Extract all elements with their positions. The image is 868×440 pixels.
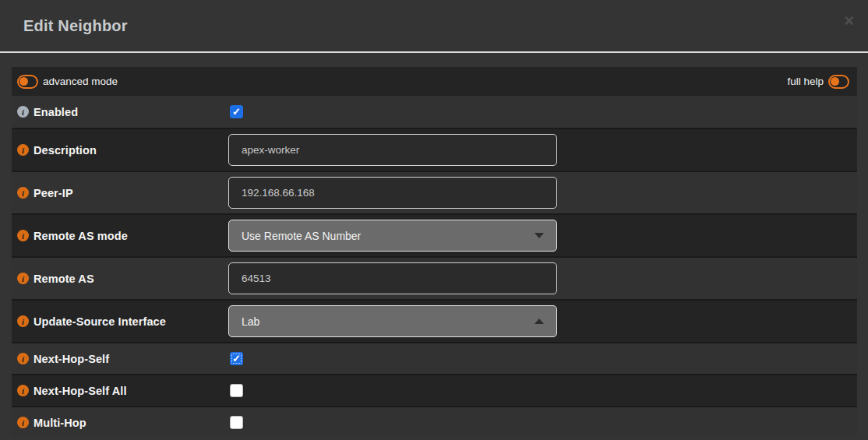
row-remote-as-mode: iRemote AS modeUse Remote AS Number xyxy=(12,213,857,256)
control-cell: Lab xyxy=(228,305,857,337)
label-cell: iUpdate-Source Interface xyxy=(12,315,228,328)
next-hop-self-checkbox[interactable]: ✓ xyxy=(230,352,243,365)
info-icon[interactable]: i xyxy=(17,273,29,284)
control-cell xyxy=(228,416,857,429)
select-value: Lab xyxy=(242,315,259,328)
modal-header: Edit Neighbor × xyxy=(0,0,868,53)
toggle-icon xyxy=(17,75,38,89)
control-cell xyxy=(228,262,857,294)
row-remote-as: iRemote AS xyxy=(12,256,857,299)
info-icon[interactable]: i xyxy=(17,106,29,118)
control-cell xyxy=(228,134,857,166)
advanced-mode-toggle[interactable]: advanced mode xyxy=(17,75,122,89)
row-next-hop-self: iNext-Hop-Self✓ xyxy=(12,342,857,374)
row-enabled: iEnabled✓ xyxy=(12,96,857,128)
row-description: iDescription xyxy=(12,128,857,171)
toggle-icon xyxy=(828,75,849,89)
label-cell: iEnabled xyxy=(12,106,228,118)
info-icon[interactable]: i xyxy=(17,353,29,364)
label-cell: iDescription xyxy=(12,144,228,157)
neighbor-form-table: advanced mode full help iEnabled✓iDescri… xyxy=(12,67,857,438)
info-icon[interactable]: i xyxy=(17,315,29,327)
field-label: Remote AS mode xyxy=(34,230,128,242)
caret-up-icon xyxy=(535,319,544,324)
control-cell xyxy=(228,384,857,397)
select-value: Use Remote AS Number xyxy=(242,230,361,242)
check-icon: ✓ xyxy=(232,107,241,117)
label-cell: iPeer-IP xyxy=(12,187,228,199)
field-label: Description xyxy=(34,144,97,157)
info-icon[interactable]: i xyxy=(17,385,29,396)
peer-ip-input[interactable] xyxy=(228,177,557,209)
enabled-checkbox[interactable]: ✓ xyxy=(230,105,243,118)
label-cell: iRemote AS mode xyxy=(12,230,228,242)
control-cell: ✓ xyxy=(228,105,857,118)
modal-title: Edit Neighbor xyxy=(23,17,128,35)
remote-as-input[interactable] xyxy=(228,262,557,294)
field-label: Peer-IP xyxy=(34,187,73,199)
row-update-source-interface: iUpdate-Source InterfaceLab xyxy=(12,299,857,342)
description-input[interactable] xyxy=(228,134,557,166)
field-label: Remote AS xyxy=(34,273,94,285)
check-icon: ✓ xyxy=(232,354,241,364)
label-cell: iNext-Hop-Self All xyxy=(12,385,228,397)
next-hop-self-all-checkbox[interactable] xyxy=(230,384,243,397)
control-cell xyxy=(228,177,857,209)
field-label: Update-Source Interface xyxy=(34,315,166,328)
row-multi-hop: iMulti-Hop xyxy=(12,406,857,438)
field-label: Next-Hop-Self All xyxy=(34,385,127,397)
info-icon[interactable]: i xyxy=(17,230,29,241)
full-help-label: full help xyxy=(787,76,824,87)
info-icon[interactable]: i xyxy=(17,187,29,199)
label-cell: iNext-Hop-Self xyxy=(12,353,228,365)
multi-hop-checkbox[interactable] xyxy=(230,416,243,429)
control-cell: ✓ xyxy=(228,352,857,365)
update-source-interface-select[interactable]: Lab xyxy=(228,305,557,337)
options-row: advanced mode full help xyxy=(12,67,857,96)
caret-down-icon xyxy=(535,233,544,238)
info-icon[interactable]: i xyxy=(17,144,29,156)
row-peer-ip: iPeer-IP xyxy=(12,171,857,213)
full-help-toggle[interactable]: full help xyxy=(782,75,849,89)
label-cell: iMulti-Hop xyxy=(12,417,228,429)
field-label: Multi-Hop xyxy=(34,417,86,429)
control-cell: Use Remote AS Number xyxy=(228,220,857,252)
close-icon[interactable]: × xyxy=(844,12,854,30)
info-icon[interactable]: i xyxy=(17,417,29,428)
remote-as-mode-select[interactable]: Use Remote AS Number xyxy=(228,220,557,252)
field-label: Next-Hop-Self xyxy=(34,353,109,365)
advanced-mode-label: advanced mode xyxy=(43,76,118,87)
field-label: Enabled xyxy=(34,106,78,118)
label-cell: iRemote AS xyxy=(12,273,228,285)
row-next-hop-self-all: iNext-Hop-Self All xyxy=(12,374,857,406)
